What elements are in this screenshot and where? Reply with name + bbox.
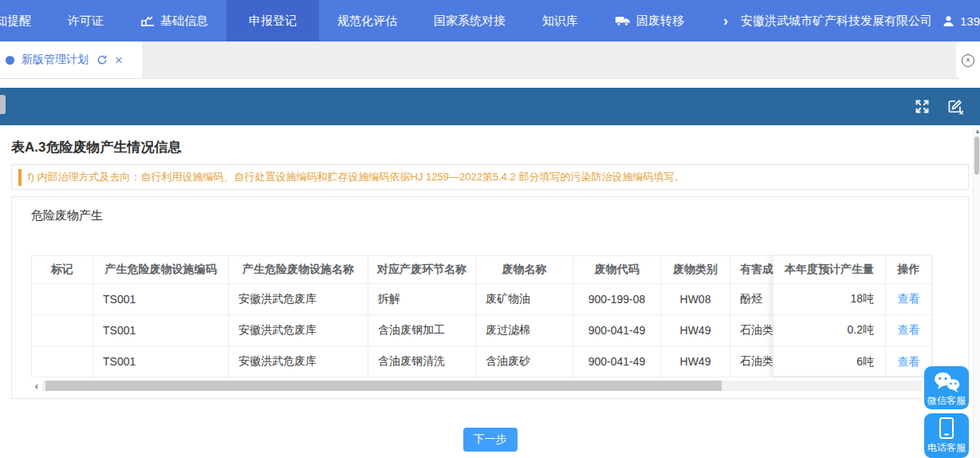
fixed-row: 0.2吨 查看 (773, 315, 931, 346)
company-name: 安徽洪武城市矿产科技发展有限公司 (741, 14, 932, 29)
nav-item-label: 许可证 (68, 14, 104, 29)
cell-waste-category: HW49 (661, 315, 730, 346)
nav-item-label: 知识库 (542, 14, 578, 29)
cell-process-name: 含油废钢清洗 (368, 346, 476, 377)
fixed-row: 6吨 查看 (773, 346, 931, 377)
view-link[interactable]: 查看 (898, 323, 920, 336)
spacer (0, 79, 980, 88)
page-title: 表A.3危险废物产生情况信息 (11, 138, 969, 156)
col-header-waste-code: 废物代码 (573, 256, 661, 284)
cell-facility-name: 安徽洪武危废库 (229, 315, 368, 346)
scrolled-element-sliver (0, 95, 6, 114)
col-header-process-name: 对应产废环节名称 (368, 256, 476, 284)
cell-process-name: 拆解 (368, 284, 476, 315)
col-header-amount: 本年度预计产生量 (773, 256, 886, 283)
chevron-right-icon[interactable]: › (723, 13, 728, 30)
cell-amount: 6吨 (773, 346, 886, 377)
col-header-action: 操作 (886, 263, 931, 277)
cell-amount: 0.2吨 (773, 315, 886, 345)
cell-process-name: 含油废钢加工 (368, 315, 476, 346)
nav-item-waste-transfer[interactable]: 固废转移 (596, 0, 703, 41)
tab-close-icon[interactable]: × (115, 53, 123, 67)
user-phone[interactable]: 13955065... (960, 14, 980, 28)
cell-waste-category: HW08 (661, 284, 730, 315)
phone-service-label: 电话客服 (924, 440, 969, 455)
cell-waste-name: 废矿物油 (476, 284, 573, 315)
scroll-up-arrow-icon[interactable]: ▲ (974, 128, 980, 135)
nav-item-label: 知提醒 (0, 14, 31, 29)
fixed-columns: 本年度预计产生量 操作 18吨 查看 0.2吨 查看 6吨 查看 (773, 255, 932, 377)
cell-waste-name: 废过滤棉 (476, 315, 573, 346)
cell-waste-code: 900-041-49 (573, 346, 661, 377)
user-icon (942, 14, 955, 28)
cell-mark (32, 346, 93, 377)
horizontal-scrollbar: ‹ (31, 380, 922, 392)
nav-menu: 知提醒 许可证 基础信息 申报登记 规范化评估 国家系统对接 知识库 (0, 0, 703, 41)
next-step-button[interactable]: 下一步 (463, 428, 518, 452)
cell-facility-code: TS001 (93, 315, 229, 346)
nav-item-label: 规范化评估 (337, 14, 397, 29)
nav-item-label: 申报登记 (249, 14, 297, 29)
nav-item-notice[interactable]: 知提醒 (0, 0, 49, 41)
tab-label: 新版管理计划 (22, 53, 89, 67)
view-link[interactable]: 查看 (898, 292, 920, 305)
edit-cancel-icon[interactable] (947, 98, 964, 115)
wechat-service-label: 微信客服 (924, 393, 969, 408)
wechat-icon (924, 366, 969, 393)
cell-facility-code: TS001 (93, 346, 229, 377)
cell-facility-name: 安徽洪武危废库 (229, 284, 368, 315)
nav-item-label: 固废转移 (636, 14, 684, 29)
vertical-scrollbar[interactable]: ▲ (973, 125, 980, 458)
nav-user-area: › 安徽洪武城市矿产科技发展有限公司 13955065... (703, 0, 980, 41)
col-header-mark: 标记 (32, 256, 93, 284)
close-all-tabs-button[interactable]: × (956, 41, 980, 79)
nav-item-standard-eval[interactable]: 规范化评估 (319, 0, 415, 41)
vertical-scrollbar-thumb[interactable] (974, 136, 979, 175)
form-header-bar (0, 88, 980, 125)
cell-amount: 18吨 (773, 284, 886, 314)
scroll-left-arrow-icon[interactable]: ‹ (31, 380, 42, 392)
col-header-facility-code: 产生危险废物设施编码 (93, 256, 229, 284)
scrollbar-thumb[interactable] (45, 381, 722, 391)
nav-item-basic-info[interactable]: 基础信息 (122, 0, 226, 41)
refresh-icon[interactable] (96, 54, 108, 65)
waste-generation-panel: 危险废物产生 标记 产生危险废物设施编码 产生危险废物设施名称 对应产废环节名称 (11, 196, 969, 399)
view-link[interactable]: 查看 (898, 355, 920, 368)
nav-item-label: 基础信息 (160, 14, 208, 29)
col-header-waste-name: 废物名称 (476, 256, 573, 284)
cell-mark (32, 284, 93, 315)
fullscreen-icon[interactable] (914, 98, 931, 115)
fixed-row: 18吨 查看 (773, 284, 931, 315)
cell-facility-code: TS001 (93, 284, 229, 315)
top-navbar: 知提醒 许可证 基础信息 申报登记 规范化评估 国家系统对接 知识库 (0, 0, 980, 41)
note-box: f) 内部治理方式及去向：自行利用设施编码、自行处置设施编码和贮存设施编码依据H… (11, 164, 969, 190)
cell-waste-name: 含油废砂 (476, 346, 573, 377)
waste-table: 标记 产生危险废物设施编码 产生危险废物设施名称 对应产废环节名称 废物名称 废… (31, 255, 932, 377)
fixed-header-row: 本年度预计产生量 操作 (773, 256, 931, 284)
nav-item-declaration[interactable]: 申报登记 (226, 0, 319, 41)
cell-mark (32, 315, 93, 346)
note-accent-bar (18, 169, 22, 186)
main-content: 表A.3危险废物产生情况信息 f) 内部治理方式及去向：自行利用设施编码、自行处… (0, 138, 980, 452)
cell-facility-name: 安徽洪武危废库 (229, 346, 368, 377)
nav-item-license[interactable]: 许可证 (49, 0, 122, 41)
circle-x-icon: × (962, 54, 974, 67)
cell-waste-code: 900-041-49 (573, 315, 661, 346)
app-window: 知提醒 许可证 基础信息 申报登记 规范化评估 国家系统对接 知识库 (0, 0, 980, 458)
scrollbar-track[interactable] (42, 381, 922, 391)
note-text: f) 内部治理方式及去向：自行利用设施编码、自行处置设施编码和贮存设施编码依据H… (28, 168, 684, 186)
tab-bar: 新版管理计划 × × (0, 41, 980, 79)
phone-icon (924, 413, 969, 440)
nav-item-label: 国家系统对接 (434, 14, 506, 29)
nav-item-knowledge-base[interactable]: 知识库 (524, 0, 596, 41)
phone-service-button[interactable]: 电话客服 (924, 413, 969, 458)
col-header-waste-category: 废物类别 (661, 256, 730, 284)
wechat-service-button[interactable]: 微信客服 (924, 366, 969, 409)
tab-management-plan[interactable]: 新版管理计划 × (0, 41, 142, 78)
cell-waste-code: 900-199-08 (573, 284, 661, 315)
col-header-facility-name: 产生危险废物设施名称 (229, 256, 368, 284)
basic-info-icon (140, 14, 155, 27)
nav-item-national-system[interactable]: 国家系统对接 (415, 0, 524, 41)
section-title: 危险废物产生 (31, 208, 949, 223)
cell-waste-category: HW49 (661, 346, 730, 377)
